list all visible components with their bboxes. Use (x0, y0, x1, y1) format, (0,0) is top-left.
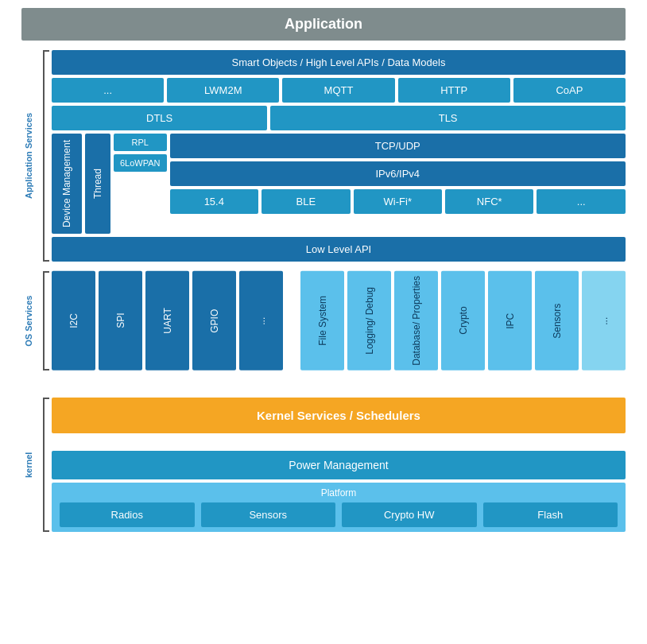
dtls-box: DTLS (52, 106, 267, 130)
kernel-section: kernel Kernel Services / Schedulers Powe… (21, 398, 626, 532)
kernel-content: Kernel Services / Schedulers Power Manag… (52, 398, 626, 532)
thread-box: Thread (85, 134, 110, 234)
os-ipc: IPC (488, 271, 532, 370)
os-services-label: OS Services (21, 271, 36, 370)
network-area: Device Management Thread RPL 6LoWPAN TCP… (52, 134, 626, 234)
tls-box: TLS (270, 106, 626, 130)
os-crypto: Crypto (441, 271, 485, 370)
diagram-container: Application Application Services Smart O… (21, 8, 626, 532)
right-network-area: TCP/UDP IPv6/IPv4 15.4 BLE Wi-Fi* NFC* .… (170, 134, 626, 234)
rpl-box: RPL (114, 134, 167, 151)
rpl-sixlowpan-area: RPL 6LoWPAN (114, 134, 167, 234)
platform-label: Platform (60, 487, 618, 499)
os-filesystem: File System (300, 271, 344, 370)
mac-154: 15.4 (170, 189, 258, 214)
os-services-section: OS Services I2C SPI UART GPIO ... File S… (21, 271, 626, 370)
os-logging: Logging/ Debug (347, 271, 391, 370)
mac-nfc: NFC* (445, 189, 533, 214)
app-services-label: Application Services (21, 50, 36, 262)
kernel-inner-gap (52, 436, 626, 448)
gap-spacer (21, 380, 626, 388)
os-spacer (286, 271, 297, 370)
security-row: DTLS TLS (52, 106, 626, 130)
mac-protocols-row: 15.4 BLE Wi-Fi* NFC* ... (170, 189, 626, 214)
protocol-mqtt: MQTT (282, 78, 394, 103)
os-sensors: Sensors (535, 271, 579, 370)
platform-crypto-hw: Crypto HW (342, 502, 477, 527)
os-boxes-row: I2C SPI UART GPIO ... File System Loggin… (52, 271, 626, 370)
os-left-dots: ... (239, 271, 283, 370)
protocol-dots: ... (52, 78, 164, 103)
platform-section: Platform Radios Sensors Crypto HW Flash (52, 483, 626, 532)
os-uart: UART (145, 271, 189, 370)
sixlowpan-box: 6LoWPAN (114, 154, 167, 172)
os-database: Database/ Properties (394, 271, 438, 370)
platform-sensors: Sensors (201, 502, 336, 527)
power-mgmt-box: Power Management (52, 451, 626, 479)
app-services-content: Smart Objects / High Level APIs / Data M… (52, 50, 626, 262)
application-services-section: Application Services Smart Objects / Hig… (21, 50, 626, 262)
protocol-http: HTTP (398, 78, 510, 103)
os-spi: SPI (99, 271, 142, 370)
os-gpio: GPIO (192, 271, 236, 370)
smart-objects-box: Smart Objects / High Level APIs / Data M… (52, 50, 626, 75)
platform-radios: Radios (60, 502, 195, 527)
kernel-label: kernel (21, 398, 36, 532)
os-right-dots: ... (582, 271, 626, 370)
mac-ble: BLE (262, 189, 350, 214)
mac-dots: ... (537, 189, 625, 214)
protocols-row: ... LWM2M MQTT HTTP CoAP (52, 78, 626, 103)
application-bar: Application (21, 8, 626, 41)
platform-flash: Flash (483, 502, 618, 527)
protocol-coap: CoAP (513, 78, 626, 103)
os-i2c: I2C (52, 271, 95, 370)
tcp-udp-box: TCP/UDP (170, 134, 626, 158)
mac-wifi: Wi-Fi* (354, 189, 442, 214)
ipv6-box: IPv6/IPv4 (170, 161, 626, 186)
device-mgmt-box: Device Management (52, 134, 82, 234)
platform-boxes: Radios Sensors Crypto HW Flash (60, 502, 618, 527)
kernel-services-box: Kernel Services / Schedulers (52, 398, 626, 433)
protocol-lwm2m: LWM2M (167, 78, 279, 103)
os-services-content: I2C SPI UART GPIO ... File System Loggin… (52, 271, 626, 370)
low-level-api-box: Low Level API (52, 237, 626, 262)
